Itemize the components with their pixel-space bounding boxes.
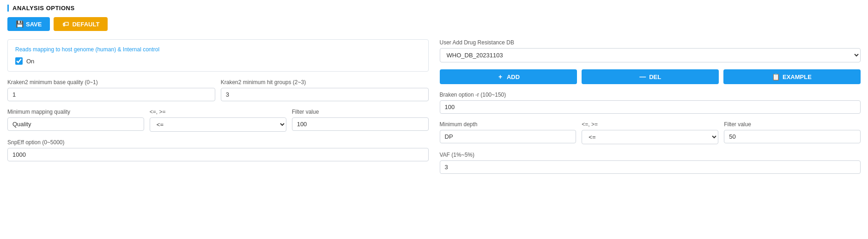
user-add-db-group: User Add Drug Resistance DB WHO_DB_20231… [440, 39, 861, 84]
left-comparator-label: <=, >= [150, 109, 286, 115]
kraken2-row: Kraken2 minimum base quality (0~1) Krake… [7, 79, 429, 101]
left-filter-value-group: Filter value [292, 109, 429, 132]
left-panel: Reads mapping to host genome (human) & I… [7, 39, 429, 174]
braken-option-input[interactable] [440, 100, 861, 114]
vaf-label: VAF (1%~5%) [440, 152, 861, 158]
right-filter-value-input[interactable] [724, 130, 861, 143]
left-filter-value-label: Filter value [292, 109, 429, 115]
default-button[interactable]: 🏷 DEFAULT [54, 17, 108, 31]
left-comparator-select[interactable]: <= >= [150, 117, 286, 132]
example-label: EXAMPLE [783, 74, 812, 80]
host-mapping-card: Reads mapping to host genome (human) & I… [7, 39, 429, 72]
min-mapping-quality-input[interactable] [7, 117, 144, 131]
save-label: SAVE [26, 21, 42, 28]
min-depth-group: Minimum depth [440, 121, 577, 144]
right-comparator-select[interactable]: <= >= [582, 130, 718, 144]
user-add-db-label: User Add Drug Resistance DB [440, 39, 861, 46]
right-filter-value-label: Filter value [724, 121, 861, 128]
min-mapping-quality-group: Minimum mapping quality [7, 109, 144, 132]
kraken2-hit-groups-label: Kraken2 minimum hit groups (2~3) [221, 79, 429, 86]
user-add-db-select[interactable]: WHO_DB_20231103 [440, 48, 861, 62]
kraken2-base-quality-input[interactable] [7, 88, 215, 101]
min-depth-input[interactable] [440, 130, 577, 143]
braken-option-label: Braken option -r (100~150) [440, 92, 861, 98]
snpeff-input[interactable] [7, 148, 429, 161]
db-actions: + ADD — DEL 📋 EXAMPLE [440, 69, 861, 84]
vaf-input[interactable] [440, 160, 861, 174]
kraken2-hit-groups-input[interactable] [221, 88, 429, 101]
right-filter-row: Minimum depth <=, >= <= >= Filter value [440, 121, 861, 144]
vaf-group: VAF (1%~5%) [440, 152, 861, 174]
example-icon: 📋 [772, 73, 780, 80]
save-button[interactable]: 💾 SAVE [7, 17, 50, 31]
kraken2-base-quality-label: Kraken2 minimum base quality (0~1) [7, 79, 215, 86]
del-label: DEL [649, 74, 661, 80]
right-filter-value-group: Filter value [724, 121, 861, 144]
toolbar: 💾 SAVE 🏷 DEFAULT [7, 17, 861, 31]
host-mapping-checkbox-row: On [15, 57, 421, 65]
right-comparator-group: <=, >= <= >= [582, 121, 718, 144]
save-icon: 💾 [16, 20, 23, 28]
right-panel: User Add Drug Resistance DB WHO_DB_20231… [440, 39, 861, 174]
host-mapping-label: Reads mapping to host genome (human) & I… [15, 46, 421, 53]
braken-option-group: Braken option -r (100~150) [440, 92, 861, 114]
host-mapping-checkbox-label: On [26, 58, 34, 65]
left-comparator-group: <=, >= <= >= [150, 109, 286, 132]
page-title: ANALYSIS OPTIONS [7, 5, 861, 12]
snpeff-group: SnpEff option (0~5000) [7, 139, 429, 161]
kraken2-hit-groups-group: Kraken2 minimum hit groups (2~3) [221, 79, 429, 101]
kraken2-base-quality-group: Kraken2 minimum base quality (0~1) [7, 79, 215, 101]
min-depth-label: Minimum depth [440, 121, 577, 128]
add-icon: + [497, 73, 504, 80]
left-filter-value-input[interactable] [292, 117, 429, 131]
default-icon: 🏷 [62, 20, 69, 28]
main-grid: Reads mapping to host genome (human) & I… [7, 39, 861, 174]
right-comparator-label: <=, >= [582, 121, 718, 128]
min-mapping-quality-label: Minimum mapping quality [7, 109, 144, 115]
add-button[interactable]: + ADD [440, 69, 577, 84]
add-label: ADD [507, 74, 520, 80]
left-filter-row: Minimum mapping quality <=, >= <= >= Fil… [7, 109, 429, 132]
default-label: DEFAULT [72, 21, 99, 28]
del-button[interactable]: — DEL [582, 69, 719, 84]
host-mapping-checkbox[interactable] [15, 57, 23, 65]
snpeff-label: SnpEff option (0~5000) [7, 139, 429, 146]
example-button[interactable]: 📋 EXAMPLE [723, 69, 861, 84]
del-icon: — [639, 73, 646, 80]
